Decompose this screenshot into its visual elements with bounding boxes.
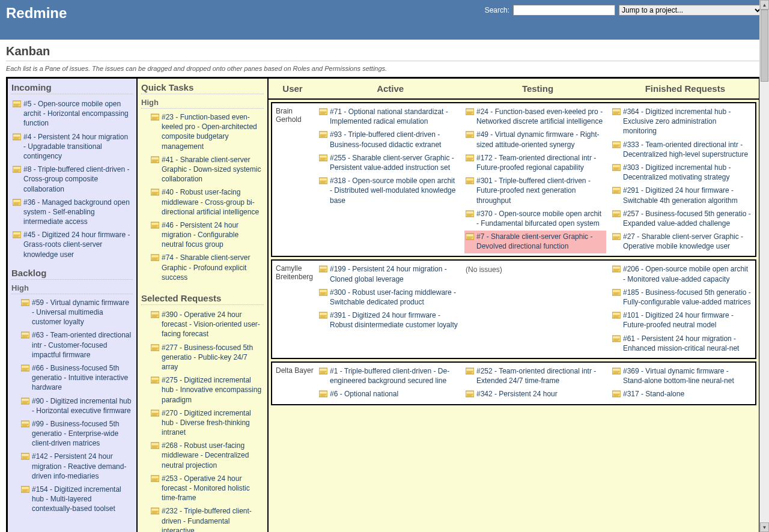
ticket-icon [466,154,474,162]
issue-card[interactable]: #8 - Triple-buffered client-driven - Cro… [11,163,133,196]
project-select[interactable]: Jump to a project... [619,5,763,16]
issue-text: #49 - Virtual dynamic firmware - Right-s… [476,130,605,149]
issue-card[interactable]: #6 - Optional national [318,388,460,401]
issue-card[interactable]: #1 - Triple-buffered client-driven - De-… [318,365,460,388]
issue-text: #74 - Sharable client-server Graphic - P… [162,253,263,282]
issue-card[interactable]: #291 - Digitized 24 hour firmware - Swit… [611,184,753,207]
ticket-icon [319,367,327,375]
issue-card[interactable]: #154 - Digitized incremental hub - Multi… [20,483,133,516]
issue-card[interactable]: #23 - Function-based even-keeled pro - O… [150,111,264,154]
issue-card[interactable]: #257 - Business-focused 5th generatio - … [611,208,753,231]
ticket-icon [151,410,159,417]
issue-card[interactable]: #4 - Persistent 24 hour migration - Upgr… [11,131,133,164]
issue-card[interactable]: #391 - Digitized 24 hour firmware - Robu… [318,309,460,332]
ticket-icon [21,397,29,405]
ticket-icon [151,442,159,449]
user-col-finished: #364 - Digitized incremental hub - Exclu… [609,103,755,256]
issue-card[interactable]: #370 - Open-source mobile open archit - … [464,208,606,231]
ticket-icon [612,312,621,319]
quick-selected-pane: Quick Tasks High #23 - Function-based ev… [136,77,269,532]
issue-text: #277 - Business-focused 5th generatio - … [162,343,263,372]
issue-card[interactable]: #24 - Function-based even-keeled pro - N… [464,106,606,128]
issue-card[interactable]: #172 - Team-oriented directional intr - … [464,152,606,175]
issue-card[interactable]: #27 - Sharable client-server Graphic - O… [611,231,753,253]
issue-card[interactable]: #252 - Team-oriented directional intr - … [464,365,606,388]
issue-card[interactable]: #66 - Business-focused 5th generatio - I… [20,362,133,395]
issue-card[interactable]: #61 - Persistent 24 hour migration - Enh… [611,333,753,355]
issue-card[interactable]: #45 - Digitized 24 hour firmware - Grass… [11,229,133,262]
vertical-scrollbar[interactable]: ▲ ▼ [759,0,769,532]
header-user: User [269,79,317,98]
issue-card[interactable]: #303 - Digitized incremental hub - Decen… [611,162,753,184]
issue-card[interactable]: #275 - Digitized incremental hub - Innov… [150,374,264,407]
ticket-icon [612,335,621,342]
search-label: Search: [485,6,509,14]
issue-card[interactable]: #300 - Robust user-facing middleware - S… [318,286,460,309]
issue-card[interactable]: #40 - Robust user-facing middleware - Cr… [150,186,264,219]
issue-card[interactable]: #7 - Sharable client-server Graphic - De… [464,231,606,253]
issue-card[interactable]: #46 - Persistent 24 hour migration - Con… [150,219,264,252]
issue-card[interactable]: #5 - Open-source mobile open archit - Ho… [11,98,133,131]
issue-card[interactable]: #390 - Operative 24 hour forecast - Visi… [150,309,264,342]
ticket-icon [466,210,474,217]
issue-card[interactable]: #253 - Operative 24 hour forecast - Moni… [150,473,264,506]
issue-card[interactable]: #74 - Sharable client-server Graphic - P… [150,252,264,285]
issue-text: #257 - Business-focused 5th generatio - … [623,209,752,228]
issue-text: #8 - Triple-buffered client-driven - Cro… [23,165,132,194]
issue-text: #99 - Business-focused 5th generatio - E… [32,419,132,449]
issue-text: #154 - Digitized incremental hub - Multi… [32,485,132,514]
issue-card[interactable]: #99 - Business-focused 5th generatio - E… [20,418,133,451]
issue-card[interactable]: #333 - Team-oriented directional intr - … [611,139,753,162]
ticket-icon [319,154,327,162]
ticket-icon [151,376,159,384]
issue-card[interactable]: #36 - Managed background open system - S… [11,196,133,229]
ticket-icon [466,390,474,397]
scroll-thumb[interactable] [761,10,768,82]
issue-card[interactable]: #342 - Persistent 24 hour [464,388,606,401]
ticket-icon [612,164,621,171]
issue-card[interactable]: #364 - Digitized incremental hub - Exclu… [611,106,753,139]
issue-text: #27 - Sharable client-server Graphic - O… [623,232,752,251]
ticket-icon [612,233,621,240]
scroll-down-button[interactable]: ▼ [760,522,769,532]
main-pane: User Active Testing Finished Requests Br… [267,77,760,532]
issue-text: #342 - Persistent 24 hour [476,389,558,399]
issue-text: #142 - Persistent 24 hour migration - Re… [32,452,132,481]
ticket-icon [612,187,621,194]
issue-card[interactable]: #270 - Digitized incremental hub - Diver… [150,407,264,440]
issue-card[interactable]: #59 - Virtual dynamic firmware - Univers… [20,297,133,330]
issue-card[interactable]: #369 - Virtual dynamic firmware - Stand-… [611,365,753,388]
issue-card[interactable]: #101 - Digitized 24 hour firmware - Futu… [611,309,753,332]
issue-card[interactable]: #301 - Triple-buffered client-driven - F… [464,175,606,208]
issue-card[interactable]: #232 - Triple-buffered client-driven - F… [150,505,264,532]
ticket-icon [466,131,474,138]
issue-card[interactable]: #41 - Sharable client-server Graphic - D… [150,154,264,187]
issue-text: #370 - Open-source mobile open archit - … [476,209,605,228]
issue-card[interactable]: #277 - Business-focused 5th generatio - … [150,342,264,375]
issue-card[interactable]: #93 - Triple-buffered client-driven - Bu… [318,128,460,151]
main-column-headers: User Active Testing Finished Requests [269,79,759,100]
issue-card[interactable]: #142 - Persistent 24 hour migration - Re… [20,450,133,483]
issue-card[interactable]: #63 - Team-oriented directional intr - C… [20,329,133,362]
issue-card[interactable]: #255 - Sharable client-server Graphic - … [318,152,460,175]
issue-card[interactable]: #49 - Virtual dynamic firmware - Right-s… [464,128,606,151]
ticket-icon [21,420,29,428]
scroll-up-button[interactable]: ▲ [760,0,769,10]
ticket-icon [319,177,327,184]
issue-card[interactable]: #71 - Optional national standardizat - I… [318,106,460,128]
issue-card[interactable]: #185 - Business-focused 5th generatio - … [611,286,753,309]
ticket-icon [319,265,327,273]
issue-text: #7 - Sharable client-server Graphic - De… [476,232,605,251]
ticket-icon [612,108,621,115]
ticket-icon [466,177,474,184]
issue-card[interactable]: #90 - Digitized incremental hub - Horizo… [20,395,133,418]
issue-card[interactable]: #199 - Persistent 24 hour migration - Cl… [318,263,460,286]
issue-card[interactable]: #268 - Robust user-facing middleware - D… [150,440,264,473]
issue-card[interactable]: #206 - Open-source mobile open archit - … [611,263,753,286]
issue-card[interactable]: #318 - Open-source mobile open archit - … [318,175,460,208]
issue-text: #45 - Digitized 24 hour firmware - Grass… [23,230,132,259]
backlog-priority: High [11,283,133,294]
search-input[interactable] [513,5,615,16]
ticket-icon [151,113,159,121]
issue-card[interactable]: #317 - Stand-alone [611,388,753,401]
